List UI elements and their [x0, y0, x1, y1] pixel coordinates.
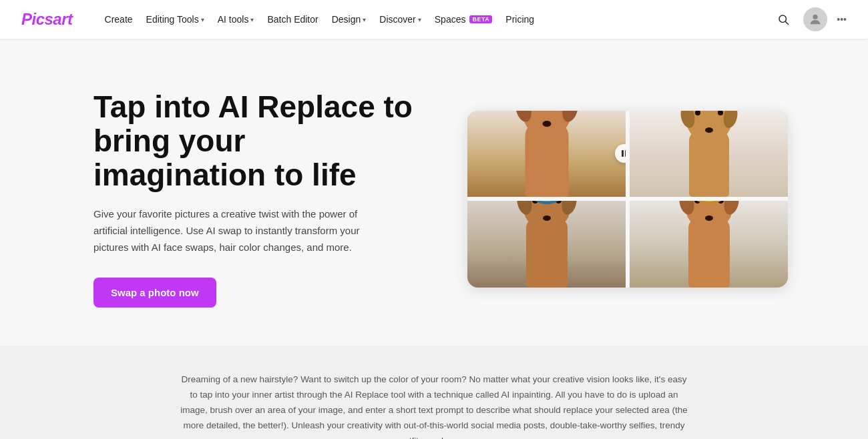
- image-cell-4: [630, 201, 788, 288]
- avatar-menu-dots[interactable]: •••: [837, 14, 847, 25]
- navbar: Picsart Create Editing Tools ▾ AI tools …: [0, 0, 868, 39]
- avatar[interactable]: [803, 7, 827, 31]
- nav-item-ai-tools[interactable]: AI tools ▾: [212, 10, 260, 29]
- pause-icon: [622, 150, 626, 157]
- chevron-down-icon: ▾: [201, 16, 204, 23]
- nav-item-discover[interactable]: Discover ▾: [374, 10, 426, 29]
- hero-description: Give your favorite pictures a creative t…: [93, 206, 387, 256]
- svg-point-0: [779, 15, 787, 23]
- nav-item-pricing[interactable]: Pricing: [500, 10, 539, 29]
- hero-content: Tap into AI Replace to bring your imagin…: [93, 90, 414, 307]
- search-icon: [777, 13, 789, 25]
- bottom-section: Dreaming of a new hairstyle? Want to swi…: [0, 346, 868, 439]
- chevron-down-icon: ▾: [363, 16, 366, 23]
- svg-point-2: [813, 15, 818, 19]
- search-button[interactable]: [771, 7, 795, 31]
- hero-image-grid: [467, 111, 788, 288]
- swap-photo-button[interactable]: Swap a photo now: [93, 278, 216, 308]
- chevron-down-icon: ▾: [250, 16, 254, 23]
- dog-image-1: [467, 111, 626, 197]
- nav-item-batch-editor[interactable]: Batch Editor: [262, 10, 323, 29]
- user-icon: [808, 12, 823, 27]
- chevron-down-icon: ▾: [418, 16, 421, 23]
- image-cell-3: [467, 201, 626, 288]
- svg-line-1: [786, 22, 789, 25]
- dog-image-4: [630, 201, 788, 288]
- hero-section: Tap into AI Replace to bring your imagin…: [0, 39, 868, 346]
- nav-item-editing-tools[interactable]: Editing Tools ▾: [141, 10, 210, 29]
- hero-title: Tap into AI Replace to bring your imagin…: [93, 90, 414, 191]
- beta-badge: BETA: [469, 15, 492, 23]
- nav-right: •••: [771, 7, 847, 31]
- image-cell-1: [467, 111, 626, 197]
- nav-item-create[interactable]: Create: [99, 10, 138, 29]
- nav-item-spaces[interactable]: Spaces BETA: [429, 10, 498, 29]
- nav-item-design[interactable]: Design ▾: [327, 10, 372, 29]
- logo[interactable]: Picsart: [21, 10, 73, 29]
- image-cell-2: [630, 111, 788, 197]
- bottom-description: Dreaming of a new hairstyle? Want to swi…: [180, 372, 688, 439]
- nav-items: Create Editing Tools ▾ AI tools ▾ Batch …: [99, 10, 753, 29]
- dog-image-3: [467, 201, 626, 288]
- dog-image-2: [630, 111, 788, 197]
